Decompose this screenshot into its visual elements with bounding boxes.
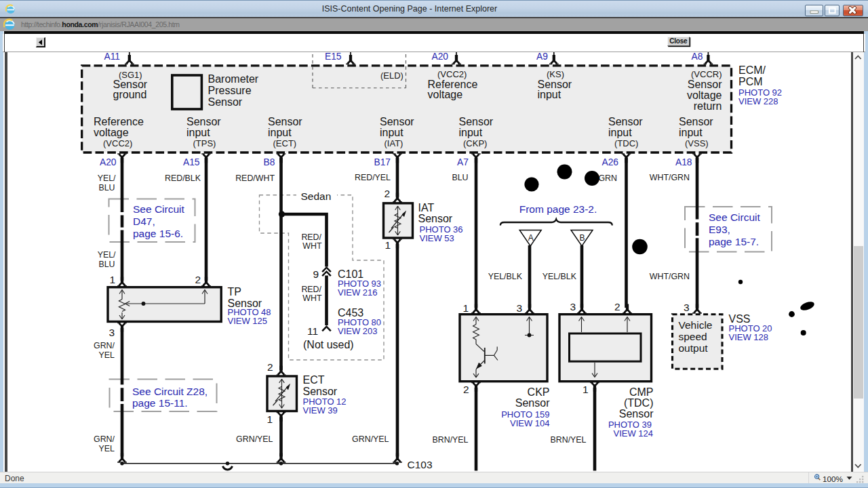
svg-text:voltage: voltage bbox=[687, 89, 722, 101]
svg-text:speed: speed bbox=[679, 331, 707, 342]
svg-text:input: input bbox=[679, 127, 703, 138]
svg-text:PCM: PCM bbox=[738, 76, 763, 87]
svg-text:BRN/YEL: BRN/YEL bbox=[432, 435, 468, 445]
svg-text:input: input bbox=[268, 127, 292, 138]
svg-text:(TDC): (TDC) bbox=[624, 397, 654, 409]
svg-text:YEL: YEL bbox=[99, 444, 115, 453]
svg-text:Barometer: Barometer bbox=[208, 73, 259, 85]
svg-text:CKP: CKP bbox=[528, 386, 550, 398]
svg-text:Sensor: Sensor bbox=[538, 79, 572, 90]
svg-text:A20: A20 bbox=[431, 52, 448, 62]
svg-text:VIEW 203: VIEW 203 bbox=[338, 326, 378, 336]
svg-text:B8: B8 bbox=[264, 157, 275, 167]
svg-text:See Circuit Z28,: See Circuit Z28, bbox=[132, 386, 208, 397]
svg-text:page 15-7.: page 15-7. bbox=[709, 236, 759, 247]
svg-text:return: return bbox=[694, 100, 722, 112]
svg-text:See Circuit: See Circuit bbox=[709, 211, 760, 223]
svg-text:A11: A11 bbox=[104, 52, 120, 62]
svg-text:Sensor: Sensor bbox=[268, 116, 302, 127]
svg-text:A26: A26 bbox=[601, 157, 618, 167]
svg-text:Vehicle: Vehicle bbox=[679, 319, 713, 331]
svg-text:(TPS): (TPS) bbox=[193, 138, 216, 148]
svg-text:input: input bbox=[459, 127, 483, 138]
svg-text:BLU: BLU bbox=[98, 183, 115, 192]
svg-text:11: 11 bbox=[307, 325, 318, 337]
svg-text:3: 3 bbox=[108, 327, 115, 338]
svg-text:YEL/: YEL/ bbox=[98, 174, 116, 183]
svg-text:Sedan: Sedan bbox=[301, 190, 332, 202]
svg-text:B: B bbox=[579, 233, 585, 243]
svg-text:(CKP): (CKP) bbox=[463, 138, 487, 148]
svg-text:RED/YEL: RED/YEL bbox=[355, 173, 391, 182]
svg-text:GRN: GRN bbox=[598, 174, 617, 183]
svg-text:Sensor: Sensor bbox=[608, 116, 643, 127]
svg-text:2: 2 bbox=[463, 384, 469, 395]
svg-text:C101: C101 bbox=[338, 268, 363, 280]
svg-text:BLU: BLU bbox=[452, 173, 468, 182]
svg-text:VIEW 128: VIEW 128 bbox=[729, 332, 769, 342]
svg-text:(VSS): (VSS) bbox=[685, 138, 709, 148]
svg-text:1: 1 bbox=[583, 384, 589, 395]
svg-text:ground: ground bbox=[113, 89, 147, 100]
svg-text:Sensor: Sensor bbox=[418, 213, 453, 224]
svg-text:ECT: ECT bbox=[303, 374, 325, 386]
svg-text:A8: A8 bbox=[692, 52, 703, 62]
svg-text:A18: A18 bbox=[675, 157, 692, 167]
svg-text:From page 23-2.: From page 23-2. bbox=[519, 203, 597, 215]
svg-text:(VCC2): (VCC2) bbox=[103, 138, 132, 148]
svg-text:Sensor: Sensor bbox=[459, 116, 494, 127]
svg-text:C453: C453 bbox=[338, 307, 363, 319]
svg-text:WHT: WHT bbox=[302, 241, 322, 251]
svg-text:1: 1 bbox=[267, 413, 273, 425]
svg-text:input: input bbox=[380, 127, 403, 138]
svg-text:VIEW 104: VIEW 104 bbox=[510, 418, 550, 428]
svg-text:A7: A7 bbox=[457, 157, 469, 167]
svg-text:VIEW 39: VIEW 39 bbox=[303, 405, 338, 415]
svg-text:A15: A15 bbox=[183, 157, 200, 167]
svg-text:3: 3 bbox=[684, 302, 690, 313]
svg-text:Reference: Reference bbox=[94, 116, 144, 127]
svg-text:1: 1 bbox=[384, 239, 391, 251]
svg-text:GRN/: GRN/ bbox=[94, 341, 115, 350]
svg-text:Reference: Reference bbox=[428, 79, 478, 90]
svg-text:(Not used): (Not used) bbox=[303, 339, 354, 350]
svg-text:(ELD): (ELD) bbox=[380, 70, 403, 81]
svg-text:RED/BLK: RED/BLK bbox=[165, 174, 201, 183]
svg-text:Sensor: Sensor bbox=[515, 397, 550, 409]
svg-text:2: 2 bbox=[267, 361, 273, 373]
svg-text:input: input bbox=[608, 127, 632, 138]
svg-text:9: 9 bbox=[313, 268, 319, 280]
svg-text:3: 3 bbox=[516, 302, 522, 314]
svg-text:RED/WHT: RED/WHT bbox=[235, 174, 275, 183]
svg-text:YEL/: YEL/ bbox=[98, 250, 116, 260]
svg-text:VIEW 228: VIEW 228 bbox=[738, 96, 778, 106]
svg-text:WHT/GRN: WHT/GRN bbox=[650, 272, 690, 281]
svg-text:page 15-11.: page 15-11. bbox=[132, 397, 188, 409]
svg-text:(TDC): (TDC) bbox=[614, 138, 638, 148]
svg-text:1: 1 bbox=[462, 302, 469, 314]
svg-text:voltage: voltage bbox=[94, 127, 129, 138]
svg-text:Sensor: Sensor bbox=[380, 116, 414, 127]
svg-text:Pressure: Pressure bbox=[208, 85, 252, 96]
svg-text:GRN/YEL: GRN/YEL bbox=[352, 434, 389, 444]
svg-text:YEL: YEL bbox=[99, 350, 115, 360]
svg-text:Sensor: Sensor bbox=[303, 386, 338, 397]
svg-text:YEL/BLK: YEL/BLK bbox=[542, 272, 577, 281]
svg-text:A9: A9 bbox=[536, 52, 548, 62]
svg-text:CMP: CMP bbox=[629, 386, 654, 398]
svg-text:VSS: VSS bbox=[729, 313, 751, 325]
svg-text:input: input bbox=[538, 89, 561, 100]
svg-text:IAT: IAT bbox=[418, 202, 435, 214]
svg-text:input: input bbox=[186, 127, 210, 138]
svg-text:C103: C103 bbox=[408, 459, 433, 470]
svg-text:BLU: BLU bbox=[98, 260, 115, 269]
svg-text:A20: A20 bbox=[100, 157, 117, 167]
svg-text:2: 2 bbox=[195, 274, 201, 285]
svg-text:YEL/BLK: YEL/BLK bbox=[488, 272, 523, 281]
svg-text:D47,: D47, bbox=[133, 216, 155, 227]
svg-text:B17: B17 bbox=[374, 157, 391, 167]
svg-text:Sensor: Sensor bbox=[113, 79, 148, 90]
svg-text:BRN/YEL: BRN/YEL bbox=[550, 435, 586, 445]
svg-text:GRN/YEL: GRN/YEL bbox=[236, 434, 273, 444]
svg-text:E15: E15 bbox=[325, 52, 342, 62]
